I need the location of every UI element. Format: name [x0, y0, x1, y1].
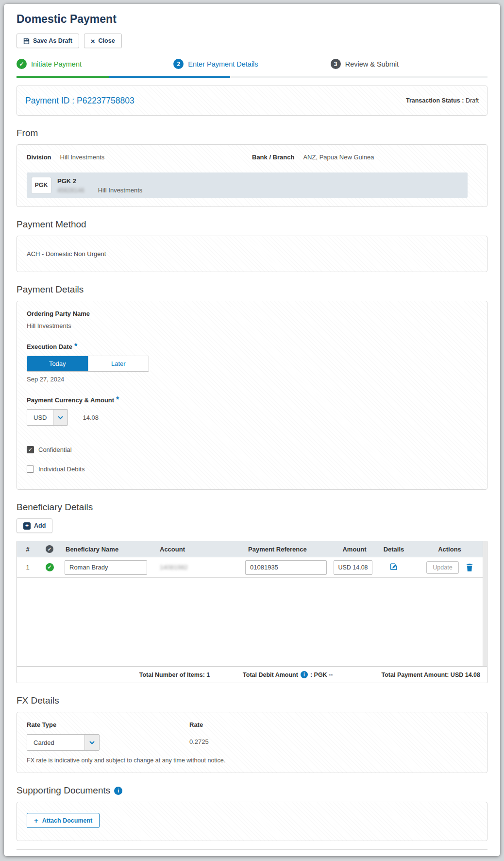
row-account-redacted: 14081982	[155, 564, 243, 571]
rate-value: 0.2725	[189, 738, 477, 745]
payment-method-value: ACH - Domestic Non Urgent	[27, 250, 106, 258]
stepper: ✓ Initiate Payment 2 Enter Payment Detai…	[17, 59, 487, 69]
column-amount: Amount	[334, 546, 375, 553]
payment-details-panel: Ordering Party Name Hill Investments Exe…	[17, 301, 487, 490]
close-button[interactable]: × Close	[84, 34, 122, 48]
execution-date-toggle: Today Later	[27, 356, 149, 372]
plus-icon: +	[34, 816, 38, 825]
total-debit-label: Total Debit Amount	[243, 672, 298, 678]
row-verified-icon: ✓	[38, 563, 61, 571]
close-label: Close	[99, 37, 115, 44]
required-asterisk: *	[74, 342, 77, 350]
step-label: Initiate Payment	[31, 60, 82, 68]
delete-icon[interactable]	[466, 564, 473, 571]
beneficiary-table: # ✓ Beneficiary Name Account Payment Ref…	[17, 541, 487, 683]
step-initiate-payment[interactable]: ✓ Initiate Payment	[17, 59, 173, 69]
save-icon	[23, 38, 30, 44]
page-title: Domestic Payment	[17, 13, 487, 26]
currency-select[interactable]: USD	[27, 409, 68, 426]
stepper-progress-track	[17, 76, 487, 78]
add-beneficiary-button[interactable]: + Add	[17, 518, 52, 533]
ordering-party-value: Hill Investments	[27, 322, 477, 329]
individual-debits-label: Individual Debits	[38, 465, 84, 473]
fx-panel: Rate Type Carded Rate 0.2725 FX rate is …	[17, 712, 487, 773]
step-enter-payment-details[interactable]: 2 Enter Payment Details	[173, 59, 330, 69]
payment-reference-input[interactable]	[245, 560, 327, 575]
checkbox-check-icon: ✓	[28, 447, 33, 453]
bank-branch-field: Bank / Branch ANZ, Papua New Guinea	[252, 154, 477, 161]
transaction-status: Transaction Status : Draft	[406, 97, 479, 104]
division-field: Division Hill Investments	[27, 154, 252, 161]
ordering-party-label: Ordering Party Name	[27, 310, 477, 317]
from-panel: Division Hill Investments Bank / Branch …	[17, 144, 487, 207]
attach-document-button[interactable]: + Attach Document	[27, 813, 100, 828]
payment-amount-value: 14.08	[83, 414, 99, 421]
row-index: 1	[17, 564, 38, 571]
table-scrollbar[interactable]	[483, 541, 487, 666]
debit-account-tile[interactable]: PGK PGK 2 45628146 Hill Investments	[27, 172, 468, 198]
chevron-down-icon	[84, 735, 99, 750]
save-as-draft-button[interactable]: Save As Draft	[17, 34, 79, 48]
close-icon: ×	[91, 37, 95, 45]
column-index: #	[17, 546, 38, 553]
currency-badge: PGK	[32, 177, 51, 193]
app-window: Domestic Payment Save As Draft × Close ✓…	[4, 4, 500, 856]
transaction-status-value: Draft	[466, 97, 479, 104]
supporting-documents-heading: Supporting Documents i	[17, 785, 487, 796]
fx-disclaimer: FX rate is indicative only and subject t…	[27, 757, 477, 764]
beneficiary-table-row: 1 ✓ 14081982 USD 14.08 Update	[17, 557, 487, 578]
total-debit: Total Debit Amount i : PGK --	[243, 671, 333, 678]
payment-method-heading: Payment Method	[17, 219, 487, 230]
individual-debits-checkbox[interactable]	[27, 465, 34, 473]
info-icon[interactable]: i	[301, 671, 308, 678]
beneficiary-name-input[interactable]	[65, 560, 147, 575]
rate-type-select[interactable]: Carded	[27, 734, 100, 751]
bank-branch-value: ANZ, Papua New Guinea	[303, 154, 374, 161]
fx-details-heading: FX Details	[17, 695, 487, 706]
execution-date-label: Execution Date	[27, 343, 72, 350]
plus-icon: +	[23, 522, 31, 530]
division-value: Hill Investments	[60, 154, 105, 161]
total-payment: Total Payment Amount: USD 14.08	[381, 672, 480, 678]
today-option[interactable]: Today	[27, 356, 88, 371]
save-as-draft-label: Save As Draft	[33, 37, 72, 44]
confidential-checkbox[interactable]: ✓	[27, 446, 34, 453]
table-empty-area	[17, 578, 487, 666]
chevron-down-icon	[53, 410, 67, 425]
update-button[interactable]: Update	[426, 561, 458, 574]
step-number-icon: 3	[331, 59, 341, 69]
info-icon[interactable]: i	[114, 787, 122, 795]
required-asterisk: *	[116, 396, 119, 404]
account-number-redacted: 45628146	[57, 187, 84, 194]
supporting-documents-title: Supporting Documents	[17, 785, 110, 796]
from-heading: From	[17, 128, 487, 138]
payment-method-panel: ACH - Domestic Non Urgent	[17, 236, 487, 272]
edit-details-icon[interactable]	[389, 562, 398, 571]
individual-debits-checkbox-row: Individual Debits	[27, 465, 477, 473]
bank-branch-label: Bank / Branch	[252, 154, 294, 161]
column-details: Details	[375, 546, 412, 553]
payment-id-bar: Payment ID : P62237758803 Transaction St…	[17, 86, 487, 116]
transaction-status-label: Transaction Status :	[406, 97, 464, 104]
step-done-check-icon: ✓	[17, 59, 27, 69]
rate-type-value: Carded	[27, 735, 61, 750]
step-review-submit[interactable]: 3 Review & Submit	[331, 59, 487, 69]
confidential-label: Confidential	[38, 446, 72, 453]
add-label: Add	[34, 522, 46, 529]
beneficiary-table-footer: Total Number of Items: 1 Total Debit Amo…	[17, 666, 487, 683]
attach-document-label: Attach Document	[42, 817, 92, 824]
column-actions: Actions	[412, 546, 487, 553]
later-option[interactable]: Later	[88, 356, 149, 371]
division-label: Division	[27, 154, 51, 161]
execution-date-value: Sep 27, 2024	[27, 376, 477, 383]
account-name: PGK 2	[57, 177, 76, 185]
account-holder: Hill Investments	[98, 187, 143, 194]
payment-details-heading: Payment Details	[17, 284, 487, 295]
confidential-checkbox-row: ✓ Confidential	[27, 446, 477, 453]
progress-segment-current	[109, 76, 230, 78]
column-payment-reference: Payment Reference	[243, 546, 334, 553]
step-label: Review & Submit	[345, 60, 399, 68]
toolbar: Save As Draft × Close	[17, 34, 487, 48]
step-number-icon: 2	[173, 59, 184, 69]
payment-id-text: Payment ID : P62237758803	[25, 96, 134, 106]
